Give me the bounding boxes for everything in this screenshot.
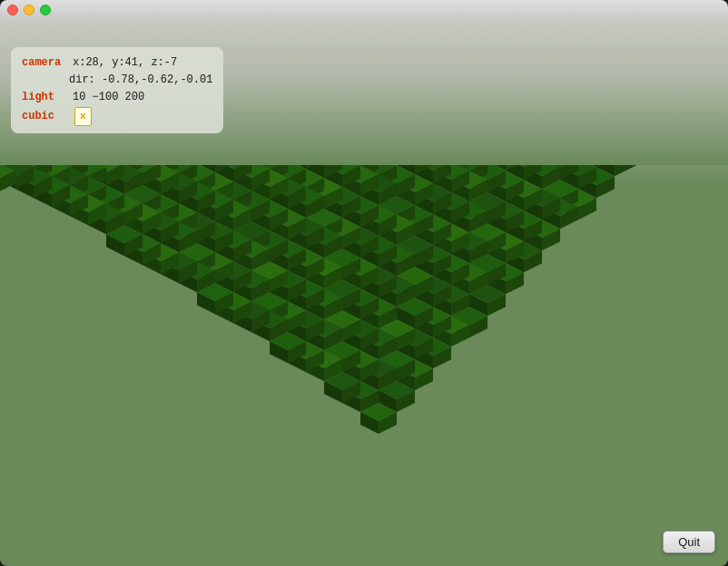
camera-dir-row: dir: -0.78,-0.62,-0.01 xyxy=(22,72,212,89)
hud-panel: camera x:28, y:41, z:-7 dir: -0.78,-0.62… xyxy=(11,47,223,133)
quit-button[interactable]: Quit xyxy=(663,531,715,553)
window: camera x:28, y:41, z:-7 dir: -0.78,-0.62… xyxy=(0,0,728,566)
light-label: light xyxy=(22,89,69,106)
traffic-lights xyxy=(7,5,51,15)
title-bar xyxy=(0,0,728,20)
camera-direction: dir: -0.78,-0.62,-0.01 xyxy=(69,72,212,89)
minimize-button[interactable] xyxy=(24,5,34,15)
camera-position: x:28, y:41, z:-7 xyxy=(73,54,177,72)
light-row: light 10 −100 200 xyxy=(22,89,212,106)
light-values: 10 −100 200 xyxy=(73,89,144,106)
viewport: camera x:28, y:41, z:-7 dir: -0.78,-0.62… xyxy=(0,20,728,566)
camera-label: camera xyxy=(22,54,69,72)
close-button[interactable] xyxy=(7,5,18,15)
cubic-row: cubic x xyxy=(22,107,212,127)
maximize-button[interactable] xyxy=(40,5,51,15)
camera-position-row: camera x:28, y:41, z:-7 xyxy=(22,54,212,72)
cubic-value: x xyxy=(74,107,92,127)
cubic-label: cubic xyxy=(22,108,69,125)
